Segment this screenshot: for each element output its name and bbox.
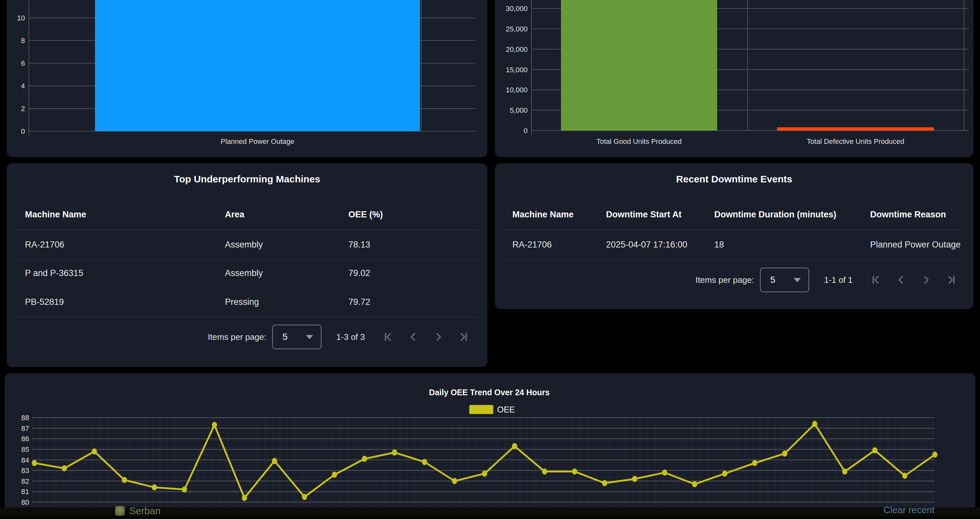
cell-oee: 79.02: [348, 268, 371, 278]
trend-line: [34, 424, 935, 498]
data-point[interactable]: [602, 480, 607, 486]
range-label: 1-1 of 1: [824, 275, 853, 285]
units-produced-chart-card: 05,00010,00015,00020,00025,00030,000Tota…: [495, 0, 974, 157]
data-point[interactable]: [902, 473, 907, 479]
items-per-page-value: 5: [770, 275, 775, 285]
data-point[interactable]: [212, 422, 217, 428]
y-tick-label: 80: [21, 498, 29, 506]
data-point[interactable]: [512, 443, 517, 449]
first-page-button[interactable]: [868, 273, 883, 287]
chevron-left-icon: [407, 330, 420, 343]
y-tick-label: 83: [21, 467, 29, 475]
divider: [16, 259, 478, 260]
items-per-page-select[interactable]: 5: [760, 268, 809, 292]
divider: [16, 288, 478, 288]
y-tick-label: 10: [17, 14, 25, 22]
bar: [561, 0, 717, 130]
y-tick-label: 88: [21, 414, 29, 422]
data-point[interactable]: [572, 468, 577, 475]
oee-trend-chart-card: Daily OEE Trend Over 24 HoursOEE80818283…: [5, 373, 975, 511]
chevron-down-icon: [306, 335, 313, 339]
chevron-down-icon: [794, 278, 801, 282]
data-point[interactable]: [62, 465, 67, 471]
data-point[interactable]: [662, 470, 667, 476]
paginator: Items per page: 5 1-1 of 1: [495, 268, 959, 292]
items-per-page-label: Items per page:: [695, 275, 754, 285]
y-tick-label: 10,000: [506, 86, 528, 94]
avatar: [115, 506, 125, 516]
top-underperforming-machines-card: Top Underperforming Machines Machine Nam…: [7, 163, 487, 367]
chevron-right-icon: [920, 273, 933, 286]
y-tick-label: 30,000: [506, 5, 528, 13]
data-point[interactable]: [812, 421, 817, 427]
data-point[interactable]: [932, 452, 937, 458]
data-point[interactable]: [152, 484, 157, 490]
column-header-oee: OEE (%): [348, 210, 383, 220]
next-page-button[interactable]: [431, 330, 446, 344]
oee-trend-chart: Daily OEE Trend Over 24 HoursOEE80818283…: [5, 373, 975, 511]
previous-page-button[interactable]: [894, 273, 908, 287]
first-page-button[interactable]: [380, 330, 395, 344]
y-tick-label: 25,000: [506, 25, 528, 33]
downtime-by-reason-chart: 0246810Planned Power Outage: [7, 0, 487, 157]
cell-area: Assembly: [225, 268, 263, 278]
cell-oee: 79.72: [348, 297, 371, 307]
last-page-button[interactable]: [944, 273, 959, 287]
y-tick-label: 5,000: [510, 106, 528, 114]
y-tick-label: 85: [21, 446, 29, 454]
clear-recent-link[interactable]: Clear recent: [883, 505, 935, 516]
data-point[interactable]: [302, 494, 307, 500]
cell-reason: Planned Power Outage: [870, 240, 961, 250]
y-tick-label: 2: [21, 105, 25, 113]
y-tick-label: 6: [21, 59, 25, 67]
data-point[interactable]: [362, 456, 367, 462]
y-tick-label: 82: [21, 477, 29, 485]
cell-start-at: 2025-04-07 17:16:00: [606, 240, 687, 250]
data-point[interactable]: [92, 448, 97, 454]
data-point[interactable]: [332, 472, 337, 478]
data-point[interactable]: [272, 458, 277, 464]
recent-user-item[interactable]: Serban: [115, 505, 161, 516]
data-point[interactable]: [752, 460, 757, 466]
divider: [16, 316, 478, 317]
downtime-by-reason-chart-card: 0246810Planned Power Outage: [7, 0, 487, 157]
y-tick-label: 86: [21, 435, 29, 443]
data-point[interactable]: [452, 478, 457, 484]
data-point[interactable]: [32, 460, 37, 466]
data-point[interactable]: [182, 486, 187, 492]
column-header-machine-name: Machine Name: [512, 210, 574, 220]
next-page-button[interactable]: [919, 273, 934, 287]
data-point[interactable]: [872, 448, 877, 454]
divider: [504, 259, 964, 260]
cell-area: Assembly: [225, 240, 263, 250]
data-point[interactable]: [842, 468, 848, 475]
data-point[interactable]: [722, 470, 727, 476]
page-title: Recent Downtime Events: [495, 174, 974, 185]
category-label: Total Defective Units Produced: [807, 137, 905, 146]
last-page-button[interactable]: [456, 330, 471, 344]
data-point[interactable]: [632, 476, 637, 482]
cell-machine-name: RA-21706: [25, 240, 65, 250]
background-window-strip: Serban Clear recent: [0, 507, 980, 516]
column-header-reason: Downtime Reason: [870, 210, 946, 220]
y-tick-label: 81: [21, 487, 29, 496]
data-point[interactable]: [122, 477, 127, 483]
data-point[interactable]: [392, 449, 397, 456]
data-point[interactable]: [782, 450, 788, 457]
column-header-start-at: Downtime Start At: [606, 210, 681, 220]
column-header-duration: Downtime Duration (minutes): [714, 210, 837, 220]
category-label: Total Good Units Produced: [597, 137, 682, 146]
data-point[interactable]: [482, 470, 487, 476]
data-point[interactable]: [542, 468, 547, 475]
data-point[interactable]: [422, 459, 427, 465]
cell-machine-name: PB-52819: [25, 297, 64, 307]
last-page-icon: [457, 330, 470, 343]
previous-page-button[interactable]: [406, 330, 421, 344]
column-header-area: Area: [225, 210, 244, 220]
category-label: Planned Power Outage: [221, 137, 294, 146]
items-per-page-label: Items per page:: [208, 332, 266, 342]
column-header-machine-name: Machine Name: [25, 210, 86, 220]
data-point[interactable]: [692, 481, 697, 487]
items-per-page-select[interactable]: 5: [272, 325, 321, 349]
data-point[interactable]: [242, 495, 247, 501]
